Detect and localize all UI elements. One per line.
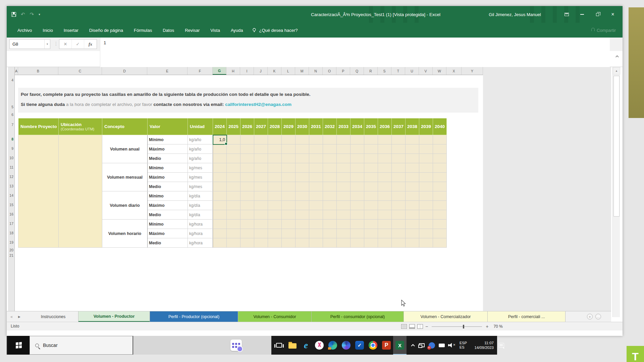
data-cell[interactable]: [378, 220, 392, 229]
data-cell[interactable]: [227, 173, 240, 182]
data-cell[interactable]: [309, 210, 323, 220]
start-button[interactable]: [8, 336, 30, 355]
column-header-h[interactable]: H: [226, 67, 240, 75]
data-cell[interactable]: [364, 220, 378, 229]
data-cell[interactable]: [296, 173, 309, 182]
column-header-g[interactable]: G: [213, 67, 226, 75]
data-cell[interactable]: [296, 154, 309, 163]
data-cell[interactable]: [337, 210, 351, 220]
data-cell[interactable]: [378, 238, 392, 248]
data-cell[interactable]: [337, 163, 351, 173]
ribbon-tab-revisar[interactable]: Revisar: [179, 23, 205, 38]
ribbon-tab-formulas[interactable]: Fórmulas: [128, 23, 157, 38]
data-cell[interactable]: [268, 210, 282, 220]
data-cell[interactable]: [268, 135, 282, 144]
data-cell[interactable]: [323, 163, 337, 173]
column-header-t[interactable]: T: [391, 67, 405, 75]
data-cell[interactable]: [392, 220, 406, 229]
snip-icon[interactable]: [313, 336, 326, 355]
location-cell[interactable]: [59, 135, 102, 248]
data-cell[interactable]: [309, 191, 323, 201]
data-cell[interactable]: [254, 210, 268, 220]
data-cell[interactable]: [419, 191, 433, 201]
data-cell[interactable]: [433, 229, 447, 238]
column-header-d[interactable]: D: [102, 67, 147, 75]
data-cell[interactable]: [254, 173, 268, 182]
data-cell[interactable]: [406, 191, 419, 201]
column-header-m[interactable]: M: [295, 67, 309, 75]
data-cell[interactable]: [433, 238, 447, 248]
volume-muted-icon[interactable]: [447, 336, 457, 355]
row-header-17[interactable]: 17: [9, 222, 13, 226]
data-cell[interactable]: [406, 173, 419, 182]
data-cell[interactable]: [406, 238, 419, 248]
row-header-5[interactable]: 5: [11, 105, 13, 109]
column-header-f[interactable]: F: [187, 67, 213, 75]
data-cell[interactable]: [323, 191, 337, 201]
row-header-15[interactable]: 15: [9, 203, 13, 207]
data-cell[interactable]: [282, 229, 296, 238]
data-cell[interactable]: [227, 135, 240, 144]
zoom-slider[interactable]: [432, 326, 482, 327]
language-indicator[interactable]: ESP ES: [460, 341, 467, 350]
data-cell[interactable]: [378, 163, 392, 173]
project-name-cell[interactable]: [18, 135, 59, 248]
data-cell[interactable]: [296, 144, 309, 154]
column-header-r[interactable]: R: [364, 67, 378, 75]
zoom-in-icon[interactable]: +: [486, 324, 488, 329]
column-header-j[interactable]: J: [254, 67, 268, 75]
column-header-q[interactable]: Q: [350, 67, 364, 75]
data-cell[interactable]: [364, 210, 378, 220]
taskbar-search[interactable]: Buscar: [30, 336, 133, 355]
sheet-nav-prev-icon[interactable]: ◀: [10, 311, 12, 322]
data-cell[interactable]: [254, 163, 268, 173]
data-cell[interactable]: [240, 191, 254, 201]
data-cell[interactable]: [268, 173, 282, 182]
data-cell[interactable]: [268, 191, 282, 201]
data-cell[interactable]: [337, 135, 351, 144]
column-header-u[interactable]: U: [405, 67, 419, 75]
data-cell[interactable]: [227, 210, 240, 220]
data-cell[interactable]: [364, 229, 378, 238]
data-cell[interactable]: [323, 238, 337, 248]
zoom-slider-thumb[interactable]: [463, 325, 464, 328]
column-header-n[interactable]: N: [309, 67, 323, 75]
data-cell[interactable]: [309, 144, 323, 154]
data-cell[interactable]: [392, 229, 406, 238]
data-cell[interactable]: [254, 238, 268, 248]
account-name[interactable]: Gil Jimenez, Jesus Manuel: [483, 12, 547, 17]
column-header-b[interactable]: B: [18, 67, 58, 75]
row-header-4[interactable]: 4: [11, 78, 13, 82]
data-cell[interactable]: [268, 201, 282, 210]
data-cell[interactable]: [433, 154, 447, 163]
data-cell[interactable]: [323, 173, 337, 182]
data-cell[interactable]: [323, 135, 337, 144]
name-box[interactable]: G8 ▾: [9, 39, 50, 49]
data-cell[interactable]: [351, 229, 364, 238]
data-cell[interactable]: [406, 144, 419, 154]
redo-icon[interactable]: ↷: [30, 11, 34, 17]
data-cell[interactable]: [213, 173, 227, 182]
data-cell[interactable]: [282, 173, 296, 182]
data-cell[interactable]: [254, 144, 268, 154]
data-cell[interactable]: [419, 182, 433, 191]
data-cell[interactable]: [378, 182, 392, 191]
data-cell[interactable]: [351, 201, 364, 210]
task-view-icon[interactable]: [272, 336, 286, 355]
data-cell[interactable]: [364, 201, 378, 210]
data-cell[interactable]: [364, 154, 378, 163]
edge-icon[interactable]: [326, 336, 339, 355]
data-cell[interactable]: [433, 201, 447, 210]
column-header-p[interactable]: P: [336, 67, 350, 75]
column-header-w[interactable]: W: [433, 67, 446, 75]
data-cell[interactable]: [240, 220, 254, 229]
data-cell[interactable]: [351, 220, 364, 229]
data-cell[interactable]: [309, 163, 323, 173]
data-cell[interactable]: [213, 163, 227, 173]
data-cell[interactable]: [419, 135, 433, 144]
data-cell[interactable]: [433, 210, 447, 220]
data-cell[interactable]: [419, 220, 433, 229]
ribbon-tab-ayuda[interactable]: Ayuda: [225, 23, 249, 38]
column-header-o[interactable]: O: [323, 67, 336, 75]
tray-chevron-icon[interactable]: [408, 336, 417, 355]
